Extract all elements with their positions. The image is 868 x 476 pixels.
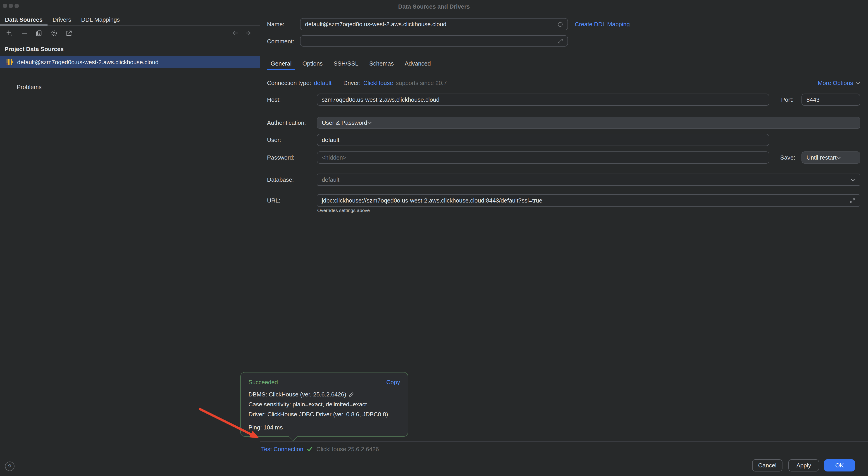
connection-type-label: Connection type: (267, 77, 311, 89)
driver-value-link[interactable]: ClickHouse (363, 79, 393, 86)
port-input[interactable]: 8443 (802, 94, 860, 106)
annotation-arrow (195, 405, 266, 443)
database-combobox[interactable]: default (317, 174, 860, 186)
connection-type-row: Connection type: default Driver: ClickHo… (267, 77, 447, 89)
user-input[interactable]: default (317, 134, 769, 146)
connection-type-value-link[interactable]: default (314, 79, 332, 86)
authentication-label: Authentication: (267, 116, 306, 129)
tab-ssh-ssl[interactable]: SSH/SSL (328, 57, 364, 70)
driver-label: Driver: (343, 77, 361, 89)
connection-settings-tabs: General Options SSH/SSL Schemas Advanced (265, 57, 436, 70)
chevron-down-icon (367, 121, 372, 125)
data-sources-dialog: Data Sources and Drivers Data Sources Dr… (0, 0, 868, 476)
settings-gear-icon[interactable] (49, 29, 58, 37)
tab-ddl-mappings[interactable]: DDL Mappings (76, 13, 125, 25)
problems-section[interactable]: Problems (17, 83, 42, 91)
clickhouse-icon (6, 59, 13, 65)
popup-status: Succeeded (248, 379, 278, 385)
port-label: Port: (781, 94, 794, 106)
tab-drivers[interactable]: Drivers (48, 13, 76, 25)
popup-driver-line: Driver: ClickHouse JDBC Driver (ver. 0.8… (248, 410, 400, 419)
url-note: Overrides settings above (317, 207, 370, 213)
tab-general[interactable]: General (265, 57, 297, 70)
open-in-new-icon[interactable] (64, 29, 73, 37)
user-label: User: (267, 134, 281, 146)
popup-ping-line: Ping: 104 ms (248, 423, 400, 433)
history-nav (232, 27, 252, 39)
ok-button[interactable]: OK (824, 459, 855, 472)
duplicate-icon[interactable] (34, 29, 43, 37)
remove-icon[interactable] (20, 29, 29, 37)
url-input[interactable]: jdbc:clickhouse://szm7oqed0o.us-west-2.a… (317, 194, 860, 207)
tab-data-sources[interactable]: Data Sources (0, 13, 48, 25)
add-icon[interactable] (4, 29, 13, 37)
help-button[interactable]: ? (5, 462, 14, 471)
expand-icon[interactable] (850, 198, 855, 203)
window-title: Data Sources and Drivers (0, 3, 868, 10)
test-row-divider (260, 441, 868, 442)
popup-case-line: Case sensitivity: plain=exact, delimited… (248, 400, 400, 410)
name-label: Name: (267, 18, 284, 30)
more-options[interactable]: More Options (818, 77, 860, 89)
data-source-toolbar (4, 27, 73, 39)
tab-options[interactable]: Options (297, 57, 328, 70)
name-busy-circle-icon (558, 22, 563, 27)
left-panel-tabs: Data Sources Drivers DDL Mappings (0, 13, 260, 26)
authentication-dropdown[interactable]: User & Password (317, 116, 860, 129)
expand-icon[interactable] (558, 38, 563, 44)
data-source-list-item-selected[interactable]: default@szm7oqed0o.us-west-2.aws.clickho… (0, 56, 260, 68)
success-check-icon (307, 446, 313, 451)
save-dropdown[interactable]: Until restart (802, 151, 860, 164)
tab-schemas[interactable]: Schemas (364, 57, 399, 70)
popup-dbms-line: DBMS: ClickHouse (ver. 25.6.2.6426) (248, 390, 346, 400)
popup-copy-link[interactable]: Copy (386, 379, 400, 385)
chevron-down-icon (855, 81, 860, 85)
name-input[interactable]: default@szm7oqed0o.us-west-2.aws.clickho… (300, 18, 568, 30)
host-input[interactable]: szm7oqed0o.us-west-2.aws.clickhouse.clou… (317, 94, 769, 106)
cancel-button[interactable]: Cancel (752, 459, 782, 472)
back-arrow-icon[interactable] (232, 30, 239, 36)
footer-divider (0, 456, 868, 456)
test-connection-link[interactable]: Test Connection (261, 445, 303, 452)
create-ddl-mapping-link[interactable]: Create DDL Mapping (575, 18, 630, 30)
comment-label: Comment: (267, 35, 294, 47)
host-label: Host: (267, 94, 281, 106)
edit-pencil-icon[interactable] (348, 392, 354, 398)
password-label: Password: (267, 151, 294, 164)
data-source-name: default@szm7oqed0o.us-west-2.aws.clickho… (17, 59, 159, 65)
password-input[interactable]: <hidden> (317, 151, 769, 164)
comment-input[interactable] (300, 35, 568, 46)
forward-arrow-icon[interactable] (244, 30, 252, 36)
url-label: URL: (267, 194, 280, 207)
project-data-sources-header: Project Data Sources (4, 46, 64, 53)
tab-advanced[interactable]: Advanced (399, 57, 436, 70)
tabs-divider (260, 70, 868, 70)
driver-note: supports since 20.7 (396, 79, 447, 86)
test-connection-row: Test Connection ClickHouse 25.6.2.6426 (261, 443, 379, 455)
database-label: Database: (267, 174, 294, 186)
save-label: Save: (780, 151, 795, 164)
connection-status-text: ClickHouse 25.6.2.6426 (316, 445, 379, 452)
chevron-down-icon (837, 156, 841, 159)
apply-button[interactable]: Apply (788, 459, 819, 472)
chevron-down-icon[interactable] (850, 178, 855, 181)
